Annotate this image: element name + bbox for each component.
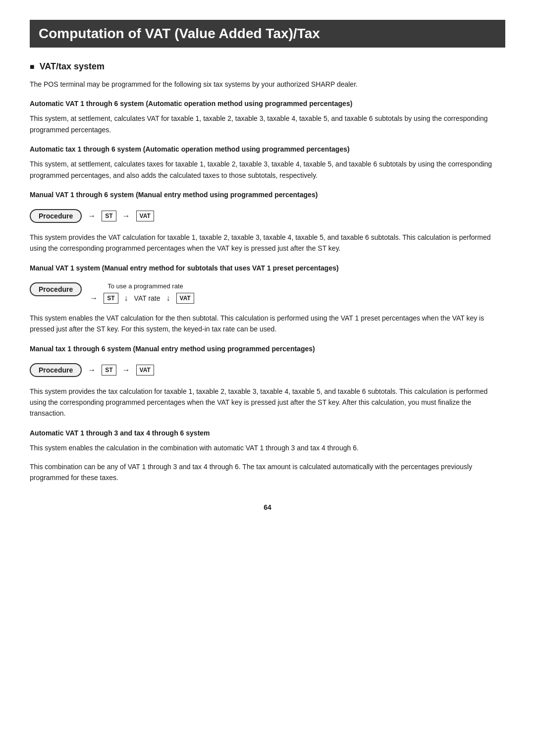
vat-rate-label: VAT rate — [134, 294, 160, 302]
subsection-body-manual-vat-6: This system provides the VAT calculation… — [30, 232, 505, 254]
subsection-manual-vat-1: Manual VAT 1 system (Manual entry method… — [30, 263, 505, 335]
procedure-inline-1: Procedure → ST → VAT — [30, 209, 154, 223]
flow-label: To use a programmed rate — [107, 282, 194, 290]
subsection-auto-vat: Automatic VAT 1 through 6 system (Automa… — [30, 99, 505, 135]
st-key-3: ST — [102, 365, 116, 376]
arrow-2: → — [122, 212, 130, 220]
arrow-6: → — [122, 366, 130, 375]
subsection-title-auto-vat: Automatic VAT 1 through 6 system (Automa… — [30, 99, 505, 109]
subsection-title-auto-tax: Automatic tax 1 through 6 system (Automa… — [30, 144, 505, 155]
arrow-3: → — [90, 294, 98, 303]
vat-key-3: VAT — [136, 365, 154, 376]
st-key-2: ST — [104, 293, 118, 304]
procedure-badge-2: Procedure — [30, 282, 82, 296]
procedure-badge-3: Procedure — [30, 363, 82, 377]
flow-keys-row: → ST ↓ VAT rate ↓ VAT — [88, 293, 194, 304]
subsection-title-auto-vat-tax: Automatic VAT 1 through 3 and tax 4 thro… — [30, 428, 505, 438]
arrow-down-1: ↓ — [124, 294, 128, 303]
subsection-auto-tax: Automatic tax 1 through 6 system (Automa… — [30, 144, 505, 181]
procedure-row-manual-tax-6: Procedure → ST → VAT — [30, 363, 505, 377]
arrow-1: → — [88, 212, 96, 220]
procedure-flow: To use a programmed rate → ST ↓ VAT rate… — [88, 282, 194, 304]
arrow-down-2: ↓ — [166, 294, 170, 303]
subsection-manual-vat-6: Manual VAT 1 through 6 system (Manual en… — [30, 190, 505, 254]
subsection-body-auto-vat: This system, at settlement, calculates V… — [30, 113, 505, 135]
vat-key-2: VAT — [176, 293, 194, 304]
arrow-5: → — [88, 366, 96, 375]
subsection-body-auto-tax: This system, at settlement, calculates t… — [30, 159, 505, 181]
page-number: 64 — [30, 503, 505, 511]
vat-key-1: VAT — [136, 211, 154, 221]
subsection-body-auto-vat-tax-2: This combination can be any of VAT 1 thr… — [30, 461, 505, 484]
subsection-body-manual-vat-1: This system enables the VAT calculation … — [30, 313, 505, 335]
st-key-1: ST — [102, 211, 116, 221]
subsection-auto-vat-tax: Automatic VAT 1 through 3 and tax 4 thro… — [30, 428, 505, 484]
subsection-title-manual-vat-1: Manual VAT 1 system (Manual entry method… — [30, 263, 505, 273]
subsection-manual-tax-6: Manual tax 1 through 6 system (Manual en… — [30, 344, 505, 419]
subsection-body-manual-tax-6: This system provides the tax calculation… — [30, 386, 505, 419]
procedure-complex-manual-vat-1: Procedure To use a programmed rate → ST … — [30, 282, 505, 304]
page-title: Computation of VAT (Value Added Tax)/Tax — [30, 20, 505, 48]
procedure-badge-1: Procedure — [30, 209, 82, 223]
procedure-complex-top: Procedure To use a programmed rate → ST … — [30, 282, 505, 304]
procedure-inline-3: Procedure → ST → VAT — [30, 363, 154, 377]
section-heading: VAT/tax system — [30, 61, 505, 72]
intro-text: The POS terminal may be programmed for t… — [30, 79, 505, 90]
subsection-title-manual-tax-6: Manual tax 1 through 6 system (Manual en… — [30, 344, 505, 354]
procedure-row-manual-vat-6: Procedure → ST → VAT — [30, 209, 505, 223]
subsection-body-auto-vat-tax-1: This system enables the calculation in t… — [30, 442, 505, 453]
subsection-title-manual-vat-6: Manual VAT 1 through 6 system (Manual en… — [30, 190, 505, 200]
